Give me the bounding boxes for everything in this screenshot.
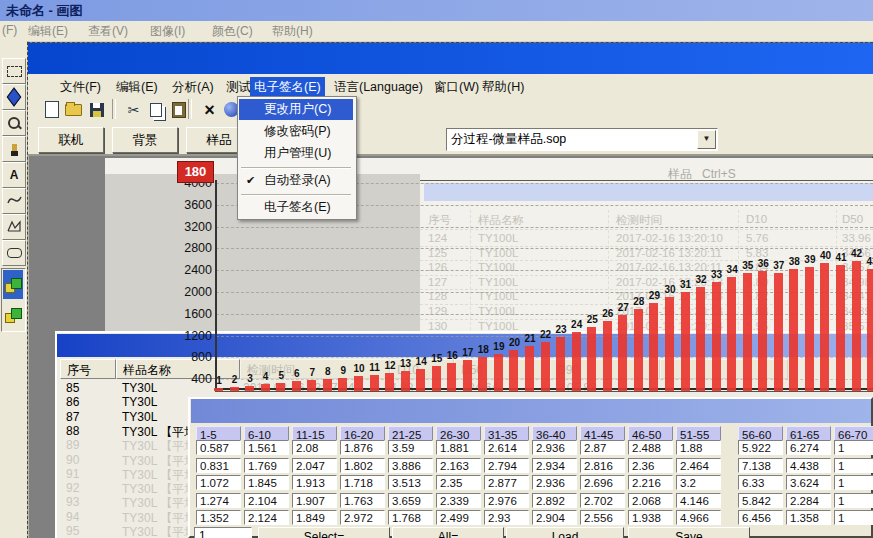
text-tool[interactable]: A <box>2 162 26 188</box>
list-item[interactable]: 91TY30L 【平均 <box>0 467 190 481</box>
paint-menu-item[interactable]: 帮助(H) <box>272 23 313 40</box>
paint-title-bar[interactable]: 未命名 - 画图 <box>0 0 873 21</box>
menu-item-3[interactable]: 用户管理(U) <box>239 143 353 164</box>
dist-value-cell[interactable]: 0.587 <box>196 440 241 455</box>
dist-value-cell[interactable]: 3.886 <box>388 458 433 473</box>
dist-value-cell[interactable]: 1.769 <box>244 458 289 473</box>
dist-value-cell[interactable]: 2.696 <box>580 475 625 490</box>
dist-value-cell[interactable]: 6.274 <box>786 440 831 455</box>
dist-value-cell[interactable]: 2.08 <box>292 440 337 455</box>
dist-value-cell[interactable]: 2.976 <box>484 493 529 508</box>
dist-value-cell[interactable]: 2.972 <box>340 510 385 525</box>
app-menu-item-1[interactable]: 文件(F) <box>56 77 105 98</box>
magnifier-tool[interactable] <box>2 110 26 136</box>
list-item[interactable]: 88TY30L 【平均] <box>0 424 190 438</box>
dist-value-cell[interactable]: 4.146 <box>676 493 721 508</box>
dist-value-cell[interactable]: 4.966 <box>676 510 721 525</box>
list-item[interactable]: 93TY30L 【平均 <box>0 495 190 509</box>
copy-icon[interactable] <box>146 100 165 119</box>
dist-value-cell[interactable]: 2.216 <box>628 475 673 490</box>
dist-value-cell[interactable]: 1.802 <box>340 458 385 473</box>
dist-value-cell[interactable]: 1 <box>834 475 873 490</box>
paint-menu-item[interactable]: 颜色(C) <box>212 23 253 40</box>
dist-value-cell[interactable]: 2.936 <box>532 475 577 490</box>
dist-value-cell[interactable]: 2.556 <box>580 510 625 525</box>
app-menu-item-2[interactable]: 编辑(E) <box>112 77 162 98</box>
app-title-bar[interactable] <box>28 43 873 74</box>
dist-value-cell[interactable]: 2.047 <box>292 458 337 473</box>
dist-value-cell[interactable]: 1 <box>834 440 873 455</box>
app-menu-item-8[interactable]: 帮助(H) <box>478 77 528 98</box>
all-button[interactable]: All= <box>392 527 504 538</box>
dist-value-cell[interactable]: 5.842 <box>738 493 783 508</box>
dist-value-cell[interactable]: 1.881 <box>436 440 481 455</box>
dist-value-cell[interactable]: 1.907 <box>292 493 337 508</box>
chevron-down-icon[interactable]: ▼ <box>697 130 716 149</box>
save-icon[interactable] <box>87 100 106 119</box>
app-menu-item-3[interactable]: 分析(A) <box>168 77 218 98</box>
paste-icon[interactable] <box>169 100 188 119</box>
paint-menu-item[interactable]: 编辑(E) <box>28 23 68 40</box>
list-item[interactable]: 89TY30L 【平均 <box>0 438 190 452</box>
paint-menu-item[interactable]: 图像(I) <box>150 23 185 40</box>
dist-value-cell[interactable]: 2.339 <box>436 493 481 508</box>
dist-value-cell[interactable]: 2.816 <box>580 458 625 473</box>
save-button[interactable]: Save <box>628 527 750 538</box>
dist-value-cell[interactable]: 1.763 <box>340 493 385 508</box>
dist-value-cell[interactable]: 2.877 <box>484 475 529 490</box>
dist-value-cell[interactable]: 1.938 <box>628 510 673 525</box>
dist-value-cell[interactable]: 1.849 <box>292 510 337 525</box>
dist-value-cell[interactable]: 2.488 <box>628 440 673 455</box>
dist-value-cell[interactable]: 2.35 <box>436 475 481 490</box>
dist-value-cell[interactable]: 2.36 <box>628 458 673 473</box>
load-button[interactable]: Load <box>506 527 624 538</box>
dist-value-cell[interactable]: 6.456 <box>738 510 783 525</box>
list-item[interactable]: 94TY30L 【平均 <box>0 510 190 524</box>
menu-item-5[interactable]: ✔自动登录(A) <box>239 170 353 191</box>
dist-value-cell[interactable]: 7.138 <box>738 458 783 473</box>
dist-value-cell[interactable]: 3.2 <box>676 475 721 490</box>
app-menu-item-6[interactable]: 语言(Language) <box>330 77 427 98</box>
paint-menu-item[interactable]: (F) <box>2 23 17 37</box>
transparent-selection-option[interactable] <box>3 300 23 329</box>
dist-value-cell[interactable]: 1.718 <box>340 475 385 490</box>
dist-value-cell[interactable]: 1.913 <box>292 475 337 490</box>
list-item[interactable]: 95TY30L 【平均 <box>0 524 190 538</box>
dist-value-cell[interactable]: 2.87 <box>580 440 625 455</box>
dist-value-cell[interactable]: 2.904 <box>532 510 577 525</box>
dist-value-cell[interactable]: 1.358 <box>786 510 831 525</box>
mode-button-2[interactable]: 背景 <box>112 127 178 153</box>
dist-value-cell[interactable]: 2.499 <box>436 510 481 525</box>
dist-value-cell[interactable]: 2.794 <box>484 458 529 473</box>
row-number-input[interactable]: 1 <box>194 527 252 538</box>
opaque-selection-option[interactable] <box>3 270 23 299</box>
fill-color-tool[interactable] <box>2 84 26 110</box>
dist-value-cell[interactable]: 1.876 <box>340 440 385 455</box>
front-list-header-7[interactable] <box>660 359 788 379</box>
dist-value-cell[interactable]: 2.702 <box>580 493 625 508</box>
dist-value-cell[interactable]: 1 <box>834 458 873 473</box>
dist-value-cell[interactable]: 2.934 <box>532 458 577 473</box>
dist-value-cell[interactable]: 2.068 <box>628 493 673 508</box>
list-item[interactable]: 86TY30L <box>0 395 190 409</box>
dist-value-cell[interactable]: 2.104 <box>244 493 289 508</box>
dist-value-cell[interactable]: 6.33 <box>738 475 783 490</box>
rounded-rect-tool[interactable] <box>2 240 26 266</box>
paint-menu-item[interactable]: 查看(V) <box>88 23 128 40</box>
mode-button-1[interactable]: 联机 <box>38 127 104 153</box>
dist-value-cell[interactable]: 5.922 <box>738 440 783 455</box>
front-list-header-1[interactable]: 序号 <box>60 359 116 379</box>
dist-value-cell[interactable]: 3.513 <box>388 475 433 490</box>
dist-value-cell[interactable]: 2.892 <box>532 493 577 508</box>
list-item[interactable]: 90TY30L 【平均 <box>0 453 190 467</box>
dist-value-cell[interactable]: 2.614 <box>484 440 529 455</box>
brush-tool[interactable] <box>2 136 26 162</box>
dist-value-cell[interactable]: 2.124 <box>244 510 289 525</box>
curve-tool[interactable] <box>2 188 26 214</box>
menu-item-2[interactable]: 修改密码(P) <box>239 121 353 142</box>
dist-value-cell[interactable]: 1 <box>834 510 873 525</box>
dist-value-cell[interactable]: 1.88 <box>676 440 721 455</box>
menu-item-1[interactable]: 更改用户(C) <box>239 99 353 120</box>
delete-icon[interactable]: × <box>200 100 219 119</box>
dist-value-cell[interactable]: 2.936 <box>532 440 577 455</box>
